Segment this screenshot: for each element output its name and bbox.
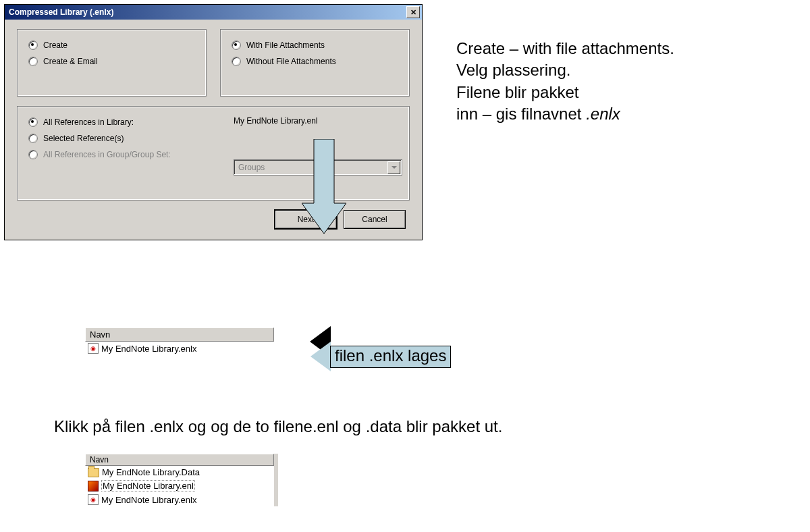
radio-with-attachments[interactable]: With File Attachments <box>232 41 398 50</box>
file-name: My EndNote Library.enlx <box>101 495 196 505</box>
callout-text: filen .enlx lages <box>330 346 451 368</box>
radio-dot-icon <box>28 150 38 159</box>
dialog-titlebar: Compressed Library (.enlx) ✕ <box>5 5 422 20</box>
folder-icon <box>88 468 99 477</box>
file-name: My EndNote Library.enl <box>101 480 195 491</box>
close-button[interactable]: ✕ <box>406 6 420 18</box>
radio-label: All References in Group/Group Set: <box>43 150 171 159</box>
radio-label: All References in Library: <box>43 117 134 127</box>
groups-dropdown: Groups <box>234 159 402 176</box>
column-header[interactable]: Navn <box>85 454 274 466</box>
file-list-enlx: Navn ◉ My EndNote Library.enlx <box>85 327 274 355</box>
instruction-text: Create – with file attachments. Velg pla… <box>456 38 674 126</box>
file-name: My EndNote Library.Data <box>102 467 200 477</box>
list-item[interactable]: ◉ My EndNote Library.enlx <box>85 493 274 506</box>
radio-dot-icon <box>28 57 38 66</box>
radio-dot-icon <box>232 41 241 50</box>
text-line: Velg plassering. <box>456 59 674 81</box>
dialog-title: Compressed Library (.enlx) <box>9 7 113 17</box>
text-fragment-italic: .enlx <box>586 105 620 123</box>
dropdown-value: Groups <box>238 163 265 172</box>
radio-create-email[interactable]: Create & Email <box>28 57 195 66</box>
radio-label: Selected Reference(s) <box>43 134 124 143</box>
cancel-button[interactable]: Cancel <box>344 210 406 229</box>
radio-create[interactable]: Create <box>28 41 195 50</box>
radio-without-attachments[interactable]: Without File Attachments <box>232 57 398 66</box>
list-item[interactable]: My EndNote Library.enl <box>85 479 274 493</box>
scope-group: All References in Library: Selected Refe… <box>17 106 410 201</box>
radio-dot-icon <box>232 57 241 66</box>
radio-dot-icon <box>28 41 38 50</box>
radio-label: With File Attachments <box>246 41 325 50</box>
file-icon: ◉ <box>88 343 99 354</box>
attachment-group: With File Attachments Without File Attac… <box>220 29 410 97</box>
list-item[interactable]: ◉ My EndNote Library.enlx <box>85 342 274 355</box>
instruction-sentence: Klikk på filen .enlx og og de to filene.… <box>54 417 502 436</box>
radio-label: Create & Email <box>43 57 98 66</box>
left-arrow-callout: filen .enlx lages <box>310 342 451 371</box>
text-line: Create – with file attachments. <box>456 38 674 59</box>
library-name-label: My EndNote Library.enl <box>234 116 318 126</box>
create-mode-group: Create Create & Email <box>17 29 207 97</box>
radio-label: Without File Attachments <box>246 57 336 66</box>
compressed-library-dialog: Compressed Library (.enlx) ✕ Create Crea… <box>4 4 423 240</box>
file-list-unpacked: Navn My EndNote Library.Data My EndNote … <box>85 454 278 506</box>
text-fragment: inn – gis filnavnet <box>456 105 586 123</box>
radio-all-refs[interactable]: All References in Library: <box>28 117 398 127</box>
radio-label: Create <box>43 41 68 50</box>
next-button[interactable]: Next <box>275 210 337 229</box>
text-line: inn – gis filnavnet .enlx <box>456 103 674 125</box>
column-header[interactable]: Navn <box>85 327 274 342</box>
radio-selected-refs[interactable]: Selected Reference(s) <box>28 134 398 143</box>
button-label: Cancel <box>362 215 387 224</box>
radio-group-refs: All References in Group/Group Set: <box>28 150 398 159</box>
radio-dot-icon <box>28 134 38 143</box>
text-line: Filene blir pakket <box>456 82 674 103</box>
button-label: Next <box>298 215 315 224</box>
radio-dot-icon <box>28 117 38 127</box>
file-icon <box>88 481 99 491</box>
file-icon: ◉ <box>88 494 99 505</box>
left-arrow-icon <box>310 342 331 371</box>
chevron-down-icon <box>387 161 400 174</box>
list-item[interactable]: My EndNote Library.Data <box>85 466 274 479</box>
file-name: My EndNote Library.enlx <box>101 344 196 354</box>
